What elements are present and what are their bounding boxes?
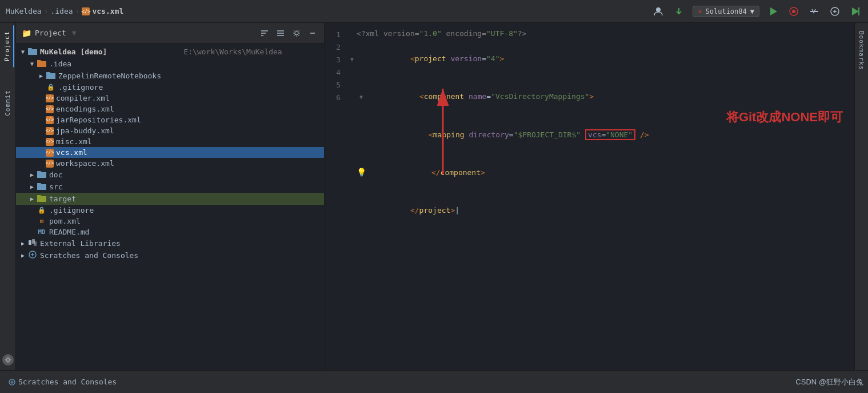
- code-text-2: <project version="4">: [357, 40, 504, 78]
- code-line-6: </project>|: [347, 192, 854, 229]
- tree-item-workspace[interactable]: </> workspace.xml: [16, 158, 324, 169]
- project-folder-icon: 📁: [22, 29, 31, 38]
- scratches-bottom-icon: [8, 378, 16, 386]
- tree-label-pom: pom.xml: [49, 217, 324, 225]
- run-config-dropdown-icon[interactable]: ▼: [750, 7, 754, 15]
- svg-rect-10: [29, 240, 31, 245]
- tree-arrow-scratches: ▶: [18, 252, 27, 259]
- panel-dropdown-icon[interactable]: ▼: [72, 29, 77, 37]
- tree-item-target[interactable]: ▶ target: [16, 193, 324, 205]
- jar-icon: </>: [46, 116, 54, 124]
- tree-item-zeppelin[interactable]: ▶ ZeppelinRemoteNotebooks: [16, 70, 324, 82]
- tree-item-gitignore1[interactable]: 🔒 .gitignore: [16, 82, 324, 93]
- code-line-1: <?xml version="1.0" encoding="UTF-8"?>: [347, 27, 854, 40]
- breadcrumb-sep-2: ›: [75, 7, 80, 15]
- run-config-selector[interactable]: ✕ Solution84 ▼: [693, 6, 759, 17]
- tree-arrow-extlibs: ▶: [18, 240, 27, 247]
- panel-title: 📁 Project ▼: [22, 29, 77, 38]
- tree-arrow-idea: ▼: [27, 61, 37, 67]
- svg-marker-6: [852, 7, 859, 15]
- pom-icon: m: [37, 217, 47, 225]
- svg-point-8: [6, 359, 9, 362]
- tree-label-idea: .idea: [49, 59, 324, 68]
- tree-label-workspace: workspace.xml: [56, 159, 324, 168]
- extlibs-icon: [27, 239, 38, 248]
- tree-label-jar: jarRepositories.xml: [56, 116, 324, 124]
- tree-arrow-target: ▶: [27, 196, 37, 202]
- tree-item-encodings[interactable]: </> encodings.xml: [16, 104, 324, 114]
- svg-marker-1: [770, 7, 777, 15]
- profile-icon[interactable]: [651, 5, 665, 18]
- fold-marker-3: ▼: [357, 92, 366, 102]
- tree-label-scratches: Scratches and Consoles: [40, 251, 324, 260]
- tree-item-gitignore2[interactable]: 🔒 .gitignore: [16, 205, 324, 216]
- code-text-1: <?xml version="1.0" encoding="UTF-8"?>: [357, 27, 526, 40]
- titlebar: MuKeldea › .idea › </> vcs.xml ✕ Solutio…: [0, 0, 868, 23]
- bottom-bar: Scratches and Consoles CSDN @狂野小白兔: [0, 370, 868, 393]
- vcs-icon: </>: [46, 149, 54, 157]
- profile-icon2[interactable]: [828, 5, 842, 18]
- tree-item-root[interactable]: ▼ MuKeldea [demo] E:\work\Works\MuKeldea: [16, 46, 324, 58]
- editor-area: 1 2 3 4 5 6 <?xml version="1.0" encoding…: [325, 23, 854, 370]
- scratches-icon: [27, 251, 38, 260]
- tree-item-scratches[interactable]: ▶ Scratches and Consoles: [16, 249, 324, 261]
- breadcrumb-project[interactable]: MuKeldea: [6, 7, 42, 15]
- coverage-icon[interactable]: [807, 5, 821, 18]
- fold-marker-2: ▼: [347, 54, 357, 64]
- line-numbers: 1 2 3 4 5 6: [325, 27, 347, 366]
- tree-label-zeppelin: ZeppelinRemoteNotebooks: [58, 72, 324, 80]
- vcs-xml-icon: </>: [82, 7, 90, 15]
- tree-item-src[interactable]: ▶ src: [16, 181, 324, 193]
- tree-label-gitignore2: .gitignore: [49, 206, 324, 215]
- tree-item-misc[interactable]: </> misc.xml: [16, 136, 324, 147]
- tree-arrow-zeppelin: ▶: [37, 73, 46, 79]
- run-icon[interactable]: [766, 5, 780, 18]
- settings-icon[interactable]: [2, 354, 14, 366]
- tree-item-jar[interactable]: </> jarRepositories.xml: [16, 114, 324, 125]
- tree-item-doc[interactable]: ▶ doc: [16, 169, 324, 181]
- tree-item-idea[interactable]: ▼ .idea: [16, 58, 324, 70]
- gear-icon[interactable]: [291, 27, 302, 39]
- tree-arrow-src: ▶: [27, 184, 37, 190]
- bookmarks-tab[interactable]: Bookmarks: [855, 25, 867, 76]
- tree-item-extlibs[interactable]: ▶ External Libraries: [16, 237, 324, 249]
- debug-icon[interactable]: [787, 5, 801, 18]
- bottom-scratches[interactable]: Scratches and Consoles: [5, 375, 120, 388]
- folder-icon-src: [37, 182, 47, 192]
- sidebar-tab-commit[interactable]: Commit: [2, 84, 14, 122]
- code-line-2: ▼ <project version="4">: [347, 40, 854, 78]
- code-text-6: </project>|: [357, 192, 459, 229]
- breadcrumb-vcs-xml[interactable]: vcs.xml: [92, 7, 123, 15]
- folder-icon-zeppelin: [46, 71, 56, 81]
- bottom-scratches-label: Scratches and Consoles: [18, 378, 117, 386]
- search-everywhere-icon[interactable]: [849, 5, 862, 18]
- tree-label-encodings: encodings.xml: [56, 105, 324, 113]
- tree-item-readme[interactable]: MD README.md: [16, 227, 324, 237]
- jpa-icon: </>: [46, 127, 54, 135]
- tree-label-root-path: E:\work\Works\MuKeldea: [184, 47, 325, 56]
- code-text-3: <component name="VcsDirectoryMappings">: [366, 78, 594, 116]
- svg-point-0: [656, 7, 661, 12]
- tree-label-misc: misc.xml: [56, 137, 324, 146]
- tree-label-src: src: [49, 182, 324, 191]
- watermark: CSDN @狂野小白兔: [795, 377, 863, 387]
- collapse-all-icon[interactable]: [259, 27, 270, 39]
- tree-item-vcs[interactable]: </> vcs.xml: [16, 147, 324, 158]
- bulb-icon[interactable]: 💡: [357, 166, 366, 180]
- tree-item-pom[interactable]: m pom.xml: [16, 216, 324, 227]
- tree-arrow-root: ▼: [18, 49, 27, 55]
- sidebar-tab-project[interactable]: Project: [1, 25, 14, 67]
- titlebar-actions: ✕ Solution84 ▼: [651, 5, 862, 18]
- breadcrumb: MuKeldea › .idea › </> vcs.xml: [6, 7, 123, 15]
- tree-label-vcs: vcs.xml: [56, 148, 324, 157]
- svg-point-9: [295, 31, 298, 35]
- tree-item-jpa[interactable]: </> jpa-buddy.xml: [16, 125, 324, 136]
- expand-all-icon[interactable]: [275, 27, 286, 39]
- code-lines[interactable]: <?xml version="1.0" encoding="UTF-8"?> ▼…: [347, 27, 854, 366]
- vcs-update-icon[interactable]: [672, 5, 686, 18]
- tree-item-compiler[interactable]: </> compiler.xml: [16, 93, 324, 104]
- minimize-icon[interactable]: [307, 27, 318, 39]
- breadcrumb-idea[interactable]: .idea: [50, 7, 73, 15]
- tree-label-gitignore1: .gitignore: [58, 83, 324, 92]
- file-tree-panel: 📁 Project ▼ ▼: [16, 23, 325, 370]
